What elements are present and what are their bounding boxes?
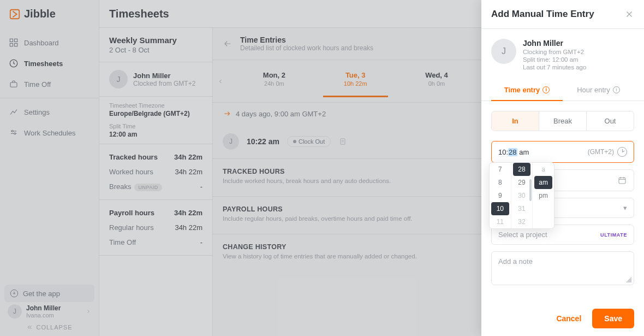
worked-hours-label: Worked hours: [109, 168, 153, 176]
close-button[interactable]: [624, 9, 634, 19]
tracked-hours-label: Tracked hours: [109, 153, 158, 161]
page-title: Timesheets: [109, 8, 169, 20]
nav-label: Time Off: [24, 80, 51, 89]
get-app-label: Get the app: [23, 290, 60, 298]
svg-point-8: [14, 133, 16, 134]
collapse-label: COLLAPSE: [36, 324, 72, 331]
avatar: J: [109, 70, 128, 89]
collapse-button[interactable]: COLLAPSE: [0, 321, 99, 334]
unpaid-badge: UNPAID: [134, 184, 162, 191]
timezone-label: Timesheet Timezone: [109, 102, 202, 109]
note-input[interactable]: Add a note: [491, 251, 634, 285]
breaks-label: Breaks: [109, 182, 131, 191]
arrow-left-icon: [223, 39, 232, 49]
note-placeholder: Add a note: [498, 257, 533, 266]
tab-time-entry[interactable]: Time entryi: [491, 80, 563, 101]
worked-hours-value: 34h 22m: [175, 168, 202, 176]
segment-out[interactable]: Out: [587, 111, 634, 131]
avatar: J: [8, 304, 22, 319]
back-button[interactable]: [223, 39, 232, 49]
receipt-icon[interactable]: [338, 137, 347, 146]
split-time-value: 12:00 am: [109, 131, 202, 138]
info-icon: i: [613, 86, 620, 93]
nav-timeoff[interactable]: Time Off: [0, 74, 99, 95]
calendar-icon: [617, 175, 627, 185]
day-mon[interactable]: Mon, 224h 0m: [234, 66, 315, 97]
hour-column[interactable]: 7 8 9 10 11: [490, 163, 511, 228]
timezone-value: Europe/Belgrade (GMT+2): [109, 110, 202, 117]
sidebar-user-button[interactable]: J John Miller Ivana.com: [0, 301, 99, 322]
svg-rect-10: [341, 139, 345, 145]
svg-rect-3: [10, 44, 13, 46]
time-picker-popover[interactable]: 7 8 9 10 11 28 29 30 31 32 a am pm: [489, 162, 554, 229]
avatar: J: [223, 133, 239, 150]
nav-label: Work Schedules: [24, 129, 75, 137]
payroll-hours-label: Payroll hours: [109, 209, 154, 217]
drawer-user-tz: Clocking from GMT+2: [523, 49, 586, 55]
get-app-button[interactable]: Get the app: [4, 285, 94, 302]
brand-name: Jibble: [24, 8, 56, 20]
chevron-right-icon: [86, 309, 91, 314]
regular-hours-value: 34h 22m: [175, 223, 202, 232]
cancel-button[interactable]: Cancel: [553, 309, 585, 328]
ultimate-badge: ULTIMATE: [600, 232, 627, 238]
drawer-user-name: John Miller: [523, 39, 586, 48]
manual-entry-drawer: Add Manual Time Entry J John Miller Cloc…: [481, 0, 644, 336]
payroll-hours-value: 34h 22m: [174, 209, 202, 217]
svg-rect-11: [619, 178, 625, 184]
sliders-icon: [9, 128, 19, 138]
timeoff-label: Time Off: [109, 238, 136, 246]
svg-rect-2: [15, 39, 17, 42]
save-button[interactable]: Save: [592, 309, 634, 328]
time-input[interactable]: 10:28 am (GMT+2) 7 8 9 10 11 28 29 30 31…: [491, 141, 634, 163]
day-wed[interactable]: Wed, 40h 0m: [396, 66, 478, 97]
timeoff-value: -: [200, 238, 202, 246]
tracked-hours-value: 34h 22m: [174, 153, 202, 161]
drawer-title: Add Manual Time Entry: [491, 9, 594, 20]
scrollbar[interactable]: [529, 179, 532, 201]
nav-label: Timesheets: [24, 60, 63, 68]
drawer-user: J John Miller Clocking from GMT+2 Split …: [481, 29, 644, 80]
drawer-user-split: Split time: 12:00 am: [523, 56, 586, 63]
segment-break[interactable]: Break: [539, 111, 587, 131]
tab-hour-entry[interactable]: Hour entryi: [563, 80, 634, 101]
time-value: 10:28 am: [498, 148, 529, 156]
svg-rect-1: [10, 39, 13, 42]
nav-schedules[interactable]: Work Schedules: [0, 122, 99, 143]
close-icon: [624, 9, 634, 19]
minute-column[interactable]: 28 29 30 31 32: [511, 163, 533, 228]
nav-timesheets[interactable]: Timesheets: [0, 53, 99, 74]
time-tz: (GMT+2): [588, 148, 614, 156]
entries-title: Time Entries: [240, 36, 373, 44]
clock-out-pill[interactable]: Clock Out: [287, 136, 331, 147]
chevron-left-icon: [217, 78, 224, 85]
svg-rect-6: [10, 82, 17, 87]
brand-logo[interactable]: Jibble: [0, 0, 99, 28]
svg-rect-0: [10, 9, 20, 19]
relative-time-text: 4 days ago, 9:00 am GMT+2: [236, 110, 326, 118]
svg-point-7: [11, 131, 13, 132]
entry-mode-tabs: Time entryi Hour entryi: [481, 80, 644, 101]
nav-label: Settings: [24, 108, 50, 116]
suitcase-icon: [9, 79, 19, 89]
chevron-double-left-icon: [26, 324, 33, 331]
nav: Dashboard Timesheets Time Off Settings W…: [0, 32, 99, 143]
sidebar-user-name: John Miller: [26, 304, 81, 312]
prev-day-button[interactable]: [217, 78, 234, 85]
ampm-column[interactable]: a am pm: [532, 163, 554, 228]
segment-in[interactable]: In: [492, 111, 539, 131]
svg-rect-4: [15, 44, 17, 46]
jibble-logo-icon: [9, 8, 21, 20]
in-break-out-segment: In Break Out: [491, 111, 634, 131]
clock-icon: [9, 58, 19, 68]
nav-dashboard[interactable]: Dashboard: [0, 32, 99, 53]
arrow-right-icon: [223, 109, 231, 118]
download-icon: [10, 289, 19, 298]
info-icon: i: [542, 86, 550, 93]
weekly-summary-range: 2 Oct - 8 Oct: [109, 46, 202, 54]
nav-settings[interactable]: Settings: [0, 102, 99, 122]
avatar: J: [491, 39, 516, 64]
summary-user-name: John Miller: [133, 72, 195, 80]
day-tue[interactable]: Tue, 310h 22m: [315, 66, 396, 97]
clock-icon: [617, 147, 627, 157]
